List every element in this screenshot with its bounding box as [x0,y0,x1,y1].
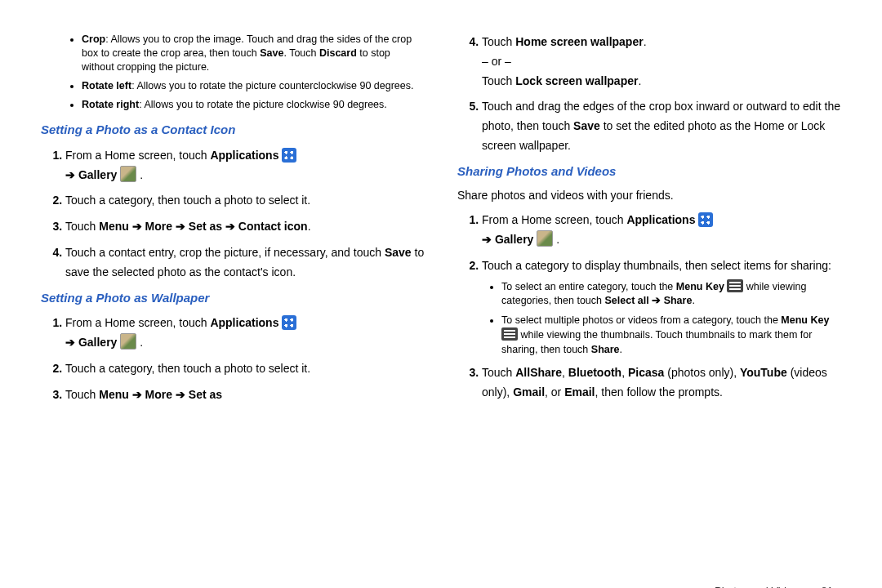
menu-key-icon [727,279,743,292]
sub-bullet: To select an entire category, touch the … [501,279,841,309]
page-content: Crop: Allows you to crop the image. Touc… [0,0,882,580]
crop-rotate-bullets: Crop: Allows you to crop the image. Touc… [41,33,425,111]
step: Touch a category, then touch a photo to … [65,191,425,211]
arrow-icon: ➔ [65,336,78,349]
wallpaper-steps-right: Touch Home screen wallpaper. – or – Touc… [457,33,841,156]
heading-contact-icon: Setting a Photo as a Contact Icon [41,121,425,140]
step: Touch a category, then touch a photo to … [65,359,425,379]
share-intro: Share photos and videos with your friend… [457,187,841,204]
page-footer: Photos and Videos 81 [0,580,882,588]
bullet-label: Rotate right [82,99,139,110]
right-column: Touch Home screen wallpaper. – or – Touc… [457,33,841,555]
gallery-icon [120,166,136,182]
gallery-icon [537,230,553,247]
step: Touch AllShare, Bluetooth, Picasa (photo… [482,363,841,403]
applications-icon [282,315,296,330]
applications-icon [282,148,296,163]
step: From a Home screen, touch Applications ➔… [65,314,425,353]
gallery-icon [120,333,136,350]
contact-icon-steps: From a Home screen, touch Applications ➔… [41,146,425,283]
heading-wallpaper: Setting a Photo as Wallpaper [41,289,425,308]
bullet-rotate-left: Rotate left: Allows you to rotate the pi… [82,79,425,93]
footer-page-number: 81 [822,585,833,588]
step: From a Home screen, touch Applications ➔… [65,146,425,185]
applications-icon [698,212,713,227]
step: Touch and drag the edges of the crop box… [482,97,841,155]
bullet-rotate-right: Rotate right: Allows you to rotate the p… [82,98,425,112]
left-column: Crop: Allows you to crop the image. Touc… [41,33,425,555]
bullet-crop: Crop: Allows you to crop the image. Touc… [82,33,425,74]
sharing-steps: From a Home screen, touch Applications ➔… [457,211,841,402]
step: Touch Menu ➔ More ➔ Set as ➔ Contact ico… [65,217,425,237]
heading-sharing: Sharing Photos and Videos [457,163,841,181]
step: Touch a category to display thumbnails, … [482,256,841,357]
bullet-label: Rotate left [82,80,131,91]
footer-section: Photos and Videos [715,585,804,588]
step: Touch Home screen wallpaper. – or – Touc… [482,33,841,91]
menu-key-icon [501,327,518,341]
share-sub-bullets: To select an entire category, touch the … [482,279,841,358]
sub-bullet: To select multiple photos or videos from… [501,314,841,358]
step: Touch a contact entry, crop the picture,… [65,243,425,283]
step: Touch Menu ➔ More ➔ Set as [65,385,425,405]
step: From a Home screen, touch Applications ➔… [482,211,841,250]
wallpaper-steps-left: From a Home screen, touch Applications ➔… [41,314,425,404]
arrow-icon: ➔ [65,168,78,181]
or-divider: – or – [482,55,511,68]
arrow-icon: ➔ [482,233,495,246]
bullet-label: Crop [82,33,105,45]
